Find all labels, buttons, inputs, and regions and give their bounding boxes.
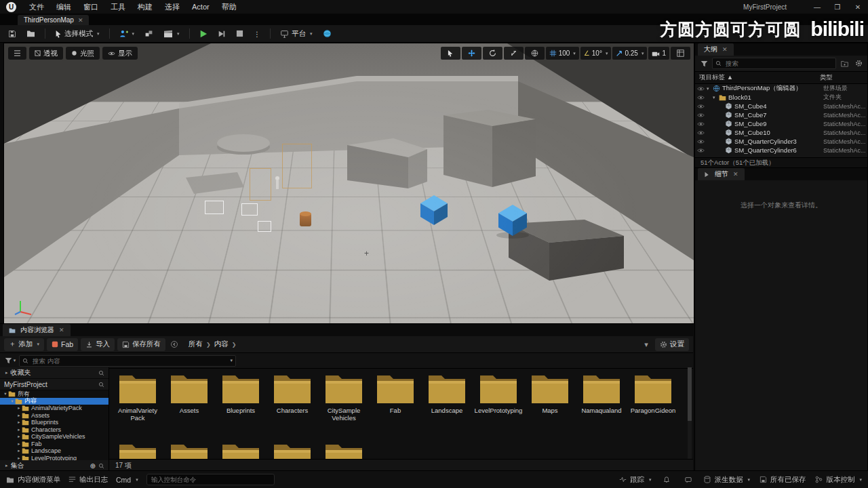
visibility-eye-icon[interactable] [697,86,707,92]
cb-filter-icon[interactable]: ▾ [4,356,16,366]
outliner-row-SM_QuarterCylinder3[interactable]: SM_QuarterCylinder3 StaticMeshAc... [695,137,867,146]
visibility-eye-icon[interactable] [697,139,707,144]
breadcrumb-root[interactable]: 所有 [189,340,203,349]
all-saved-indicator[interactable]: 所有已保存 [760,475,806,485]
tab-close-icon[interactable]: ✕ [722,46,728,53]
visibility-eye-icon[interactable] [697,148,707,153]
expand-arrow-icon[interactable]: ▸ [16,434,22,439]
folder-item-CitySampleVehicles[interactable]: CitySample Vehicles [318,367,370,422]
import-button[interactable]: 导入 [81,338,115,351]
outliner-row-SM_Cube7[interactable]: SM_Cube7 StaticMeshAc... [695,110,867,119]
rotate-tool-button[interactable] [483,47,502,60]
menu-item-文件[interactable]: 文件 [23,0,50,14]
scale-snap-button[interactable]: 0.25▾ [612,47,647,60]
favorites-section[interactable]: ▸收藏夹 [0,367,108,379]
visibility-eye-icon[interactable] [697,121,707,127]
lit-mode-dropdown[interactable]: 光照 [66,47,100,60]
folder-item-Namaqualand[interactable]: Namaqualand [576,367,627,422]
menu-item-编辑[interactable]: 编辑 [50,0,77,14]
menu-item-帮助[interactable]: 帮助 [216,0,243,14]
outliner-row-Block01[interactable]: ▾ Block01 文件夹 [695,93,867,102]
folder-item-Characters[interactable]: Characters [267,367,318,422]
expand-arrow-icon[interactable]: ▾ [9,399,15,404]
launch-button[interactable] [319,26,336,41]
cb-search-input[interactable] [31,357,226,365]
expand-arrow-icon[interactable]: ▸ [16,405,22,411]
menu-item-Actor[interactable]: Actor [186,0,216,14]
tree-item-CitySampleVehicles[interactable]: ▸ CitySampleVehicles [0,433,108,441]
menu-item-选择[interactable]: 选择 [159,0,186,14]
expand-arrow-icon[interactable]: ▾ [713,95,719,100]
save-level-button[interactable] [4,26,20,41]
folder-item-AnimalVarietyPack[interactable]: AnimalVariety Pack [112,367,163,422]
menu-item-窗口[interactable]: 窗口 [77,0,104,14]
maximize-viewport-button[interactable] [671,47,690,60]
outliner-row-SM_Cube4[interactable]: SM_Cube4 StaticMeshAc... [695,102,867,110]
select-mode-dropdown[interactable]: 选择模式▾ [51,26,104,41]
visibility-eye-icon[interactable] [697,95,707,100]
derived-data-dropdown[interactable]: 派生数据▾ [704,475,750,485]
folder-item-ParagonGideon[interactable]: ParagonGideon [627,367,679,422]
tab-close-icon[interactable]: ✕ [78,17,83,24]
tree-item-Landscape[interactable]: ▸ Landscape [0,447,108,455]
cb-dropdown-caret[interactable]: ▾ [640,340,652,350]
folder-item-partial[interactable] [112,436,163,460]
quick-add-button[interactable]: ▾ [115,26,139,41]
cinematics-button[interactable]: ▾ [159,26,184,41]
viewport[interactable]: + Third Person Template 透视 光照 显示 [3,43,694,324]
maximize-button[interactable]: ❒ [827,0,848,14]
favorites-search-icon[interactable] [98,370,104,376]
fab-button[interactable]: Fab [47,338,78,351]
menu-item-构建[interactable]: 构建 [132,0,159,14]
outliner-row-SM_Cube10[interactable]: SM_Cube10 StaticMeshAc... [695,128,867,137]
folder-item-Blueprints[interactable]: Blueprints [215,367,267,422]
tab-close-icon[interactable]: ✕ [59,327,64,333]
tree-item-所有[interactable]: ▾ 所有 [0,390,108,398]
rotation-snap-button[interactable]: ∠ 10°▾ [580,47,612,60]
expand-arrow-icon[interactable]: ▸ [16,413,22,418]
search-options-caret[interactable]: ▾ [230,358,233,363]
outliner-row-ThirdPersonMap（编辑器）[interactable]: ▾ ThirdPersonMap（编辑器） 世界场景 [695,84,867,93]
world-space-button[interactable] [525,47,545,60]
add-collection-icon[interactable]: ⊕ [90,462,96,470]
folder-item-partial[interactable] [267,436,318,460]
output-log-button[interactable]: 输出日志 [68,475,108,485]
revision-control-button[interactable]: 版本控制▾ [815,475,862,485]
blueprints-button[interactable] [140,26,157,41]
platform-dropdown[interactable]: 平台▾ [276,26,317,41]
expand-arrow-icon[interactable]: ▸ [16,441,22,447]
camera-speed-button[interactable]: 1 [648,47,669,60]
tree-item-内容[interactable]: ▾ 内容 [0,398,108,405]
trace-dropdown[interactable]: 跟踪▾ [619,475,652,485]
frame-skip-button[interactable] [214,26,230,41]
select-tool-button[interactable] [441,47,460,60]
visibility-eye-icon[interactable] [697,130,707,136]
details-tab[interactable]: 细节 ✕ [698,168,745,180]
outliner-search-box[interactable] [712,58,836,69]
play-button[interactable] [195,26,212,41]
folder-item-LevelPrototyping[interactable]: LevelPrototyping [473,367,524,422]
cmd-dropdown[interactable]: Cmd▾ [116,476,138,484]
cb-settings-button[interactable]: 设置 [655,338,689,351]
tab-close-icon[interactable]: ✕ [733,171,738,178]
show-dropdown[interactable]: 显示 [102,47,138,60]
outliner-header[interactable]: 项目标签 ▲ 类型 [695,71,867,84]
perspective-dropdown[interactable]: 透视 [29,47,63,60]
console-command-input[interactable] [146,474,275,485]
expand-arrow-icon[interactable]: ▸ [16,448,22,453]
visibility-eye-icon[interactable] [697,113,707,118]
outliner-row-SM_QuarterCylinder6[interactable]: SM_QuarterCylinder6 StaticMeshAc... [695,146,867,155]
level-tab[interactable]: ThirdPersonMap ✕ [18,15,89,25]
filter-icon[interactable] [698,58,710,68]
add-folder-icon[interactable] [838,58,850,68]
folder-item-Assets[interactable]: Assets [163,367,215,422]
scale-tool-button[interactable] [504,47,524,60]
expand-arrow-icon[interactable]: ▾ [707,86,713,92]
play-options-button[interactable]: ⋮ [250,26,265,41]
tree-item-Fab[interactable]: ▸ Fab [0,441,108,448]
expand-arrow-icon[interactable]: ▸ [16,427,22,432]
viewport-menu-button[interactable] [8,47,26,60]
folder-item-Fab[interactable]: Fab [370,367,421,422]
close-button[interactable]: ✕ [848,0,868,14]
tree-item-AnimalVarietyPack[interactable]: ▸ AnimalVarietyPack [0,405,108,412]
